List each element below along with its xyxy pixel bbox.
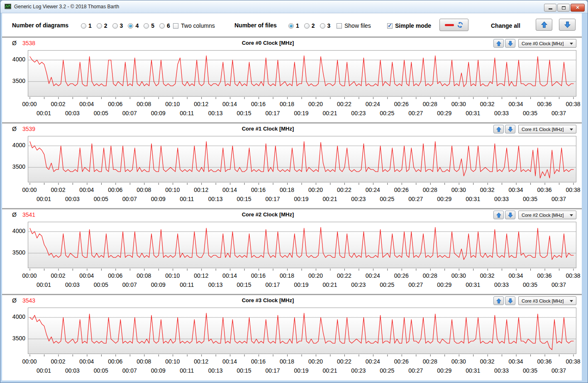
x-axis-label: 00:36 [531,358,558,365]
minimize-icon [549,8,552,10]
panel-move-down-button[interactable] [505,125,515,133]
x-axis-label: 00:13 [202,196,229,202]
radio-option-6[interactable]: 6 [159,22,170,29]
line-style-refresh-button[interactable] [439,19,468,31]
panel-move-up-button[interactable] [493,39,504,48]
arrow-up-icon [541,21,548,28]
radio-label: 6 [167,22,170,29]
x-axis-label: 00:29 [431,196,458,202]
x-axis-label: 00:38 [560,358,582,365]
x-axis-label: 00:12 [188,187,215,193]
signal-dropdown[interactable]: Core #0 Clock [MHz] [518,39,576,48]
minimize-button[interactable] [544,4,556,12]
arrow-up-icon [496,41,502,46]
plot-area [28,50,576,97]
radio-label: 5 [151,22,154,29]
radio-option-1[interactable]: 1 [288,22,299,29]
panel-move-up-button[interactable] [493,125,504,133]
radio-label: 2 [312,22,315,29]
x-axis-label: 00:07 [116,281,143,288]
client-area: Number of diagrams 123456 Two columns Nu… [2,13,582,381]
x-axis-label: 00:00 [16,272,43,279]
x-axis-label: 00:00 [16,101,43,107]
radio-option-5[interactable]: 5 [144,22,154,29]
x-axis-label: 00:17 [259,367,286,374]
x-axis-label: 00:14 [217,272,243,279]
radio-option-3[interactable]: 3 [320,22,331,29]
x-axis-label: 00:14 [217,101,243,107]
signal-dropdown[interactable]: Core #2 Clock [MHz] [518,211,576,219]
radio-option-2[interactable]: 2 [304,22,315,29]
title-bar[interactable]: Generic Log Viewer 3.2 - © 2018 Thomas B… [0,0,588,13]
close-icon: ✕ [576,5,579,10]
y-axis-label: 3500 [5,163,25,170]
x-axis-label: 00:33 [488,367,515,374]
radio-option-1[interactable]: 1 [81,22,92,29]
radio-option-3[interactable]: 3 [112,22,123,29]
panel-move-down-button[interactable] [505,296,515,305]
x-axis-label: 00:27 [403,281,429,288]
x-axis-label: 00:10 [159,101,186,107]
x-axis-label: 00:32 [474,272,500,279]
chart-area: 4000350000:0000:0200:0400:0600:0800:1000… [2,306,582,379]
signal-dropdown[interactable]: Core #3 Clock [MHz] [518,296,576,305]
x-axis-label: 00:17 [259,196,286,202]
arrow-down-icon [507,126,513,132]
x-axis-label: 00:10 [159,187,186,193]
radio-option-4[interactable]: 4 [128,22,139,29]
x-axis-label: 00:29 [431,281,458,288]
x-axis-label: 00:34 [503,187,529,193]
x-axis-ticks [28,354,576,357]
x-axis-label: 00:05 [88,196,114,202]
chart-area: 4000350000:0000:0200:0400:0600:0800:1000… [2,134,582,207]
x-axis-label: 00:34 [503,272,529,279]
x-axis-label: 00:22 [331,187,357,193]
panel-move-down-button[interactable] [505,39,515,48]
x-axis-label: 00:09 [145,110,171,116]
radio-option-2[interactable]: 2 [97,22,107,29]
chevron-down-icon [570,214,573,216]
x-axis-label: 00:23 [345,367,372,374]
radio-label: 2 [104,22,107,29]
x-axis-label: 00:36 [531,272,558,279]
x-axis-label: 00:33 [488,110,515,116]
x-axis-label: 00:38 [560,272,582,279]
maximize-button[interactable] [557,4,570,12]
x-axis-label: 00:16 [245,272,272,279]
radio-label: 3 [327,22,331,29]
x-axis-label: 00:24 [359,187,386,193]
x-axis-label: 00:07 [116,367,143,374]
chart-title: Core #3 Clock [MHz] [2,297,534,303]
panel-header: Ø3538 Core #0 Clock [MHz] Core #0 Clock … [2,39,582,48]
x-axis-label: 00:06 [102,101,129,107]
chart-title: Core #2 Clock [MHz] [2,211,534,218]
x-axis-label: 00:27 [403,196,429,202]
x-axis-label: 00:25 [374,367,400,374]
change-all-up-button[interactable] [536,19,552,31]
signal-dropdown[interactable]: Core #1 Clock [MHz] [518,125,576,133]
panel-move-up-button[interactable] [493,211,504,219]
x-axis-label: 00:19 [288,110,315,116]
arrow-up-icon [496,212,502,218]
two-columns-checkbox[interactable]: Two columns [173,22,215,29]
chevron-down-icon [570,43,573,45]
signal-dropdown-value: Core #1 Clock [MHz] [522,127,564,132]
x-axis-label: 00:26 [388,358,415,365]
x-axis-label: 00:17 [259,110,286,116]
x-axis-label: 00:16 [245,358,272,365]
x-axis-label: 00:15 [231,367,257,374]
close-button[interactable]: ✕ [571,4,585,12]
y-axis-label: 4000 [5,142,25,148]
x-axis-label: 00:19 [288,196,315,202]
simple-mode-checkbox[interactable]: Simple mode [387,22,431,29]
x-axis-label: 00:09 [145,281,171,288]
change-all-down-button[interactable] [559,19,576,31]
x-axis-ticks [28,183,576,185]
x-axis-label: 00:33 [488,281,515,288]
x-axis-label: 00:22 [331,358,357,365]
radio-button [112,23,118,29]
panel-move-down-button[interactable] [505,211,515,219]
show-files-checkbox[interactable]: Show files [337,22,371,29]
x-axis-label: 00:28 [417,358,443,365]
panel-move-up-button[interactable] [493,296,504,305]
